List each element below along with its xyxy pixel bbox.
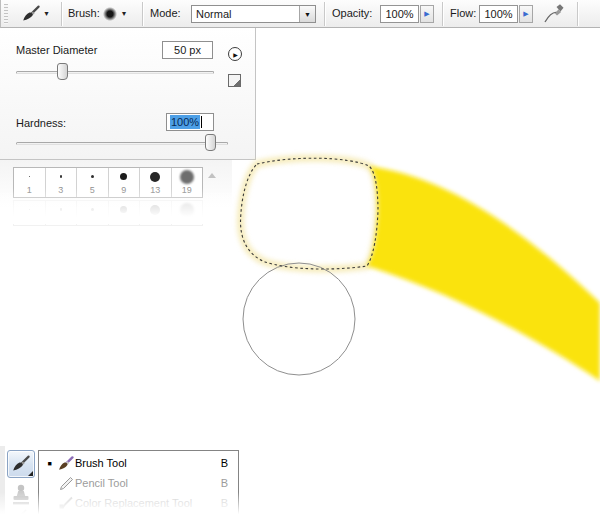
hardness-slider — [16, 133, 228, 155]
slider-track[interactable] — [16, 142, 228, 145]
selected-bullet-icon: ■ — [43, 460, 56, 467]
tool-flyout-menu: ■ Brush Tool B Pencil Tool B — [38, 450, 239, 515]
brush-settings-panel: Master Diameter ▶ Hardness: 100% — [0, 28, 256, 160]
photoshop-ui: ▾ Brush: ▾ Mode: Normal ▼ Opacity: 100% … — [0, 0, 600, 519]
brush-preset-1[interactable]: 1 — [14, 168, 46, 197]
mode-select-value: Normal — [192, 8, 299, 20]
dropdown-arrow-icon: ▼ — [304, 11, 311, 18]
brush-preset-list-faded — [13, 200, 203, 226]
hardness-value-selected: 100% — [170, 115, 200, 129]
master-diameter-slider-thumb[interactable] — [57, 63, 68, 80]
hardness-input[interactable]: 100% — [166, 113, 214, 131]
chevron-down-icon: ▾ — [122, 10, 126, 18]
master-diameter-input[interactable] — [162, 41, 213, 59]
brush-preset-picker[interactable]: ▾ — [102, 3, 138, 24]
flow-field[interactable]: 100% — [479, 5, 518, 23]
brush-tip-preview — [102, 6, 118, 22]
brush-size-label: 5 — [90, 185, 95, 195]
toolbox-brush-button[interactable] — [7, 450, 35, 478]
brush-size-label: 1 — [27, 185, 32, 195]
slider-track[interactable] — [16, 71, 214, 74]
new-preset-icon[interactable] — [228, 74, 241, 87]
canvas-circle-outline — [243, 263, 355, 375]
panel-menu-button[interactable]: ▶ — [228, 47, 242, 61]
divider — [142, 2, 143, 26]
history-brush-icon — [12, 509, 28, 519]
options-bar: ▾ Brush: ▾ Mode: Normal ▼ Opacity: 100% … — [0, 0, 600, 28]
selection-glow — [241, 158, 379, 269]
master-diameter-slider — [16, 62, 214, 84]
brush-size-label: 9 — [121, 185, 126, 195]
yellow-stroke-path — [367, 166, 600, 381]
mode-select-dropdown-button[interactable]: ▼ — [299, 6, 315, 22]
hardness-slider-thumb[interactable] — [205, 134, 216, 151]
brush-thumbnail — [91, 175, 95, 179]
current-tool-button[interactable]: ▾ — [12, 2, 58, 26]
brush-thumbnail — [60, 175, 63, 178]
scroll-up-icon[interactable] — [208, 173, 216, 178]
brush-size-label: 13 — [150, 185, 160, 195]
divider — [442, 2, 443, 26]
hardness-label: Hardness: — [16, 117, 66, 129]
menu-item-shortcut: B — [221, 497, 238, 509]
opacity-field[interactable]: 100% — [380, 5, 419, 23]
brush-preset-19[interactable]: 19 — [172, 168, 203, 197]
divider — [324, 2, 325, 26]
panel-menu-arrow-icon: ▶ — [233, 51, 238, 58]
menu-item-shortcut: B — [221, 457, 238, 469]
airbrush-icon[interactable] — [542, 3, 566, 25]
menu-item-pencil-tool[interactable]: Pencil Tool B — [39, 473, 238, 493]
brush-tool-icon — [11, 455, 31, 473]
menu-item-label: Color Replacement Tool — [75, 497, 221, 509]
brush-tool-icon — [21, 5, 41, 23]
divider — [577, 2, 578, 26]
options-bar-gripper[interactable] — [4, 4, 8, 24]
brush-thumbnail — [180, 170, 194, 184]
chevron-down-icon: ▾ — [44, 10, 48, 18]
opacity-value: 100% — [385, 8, 413, 20]
flow-slider-button[interactable]: ▶ — [519, 5, 533, 23]
brush-thumbnail — [120, 173, 127, 180]
spinner-arrow-icon: ▶ — [424, 10, 429, 18]
brush-thumbnail — [150, 172, 160, 182]
opacity-label: Opacity: — [332, 0, 372, 27]
divider — [61, 2, 62, 26]
menu-item-label: Brush Tool — [75, 457, 221, 469]
spinner-arrow-icon: ▶ — [523, 10, 528, 18]
clone-stamp-icon — [10, 483, 32, 507]
brush-preset-strip: 1 3 5 9 13 19 — [0, 160, 232, 224]
menu-item-shortcut: B — [221, 477, 238, 489]
menu-item-label: Pencil Tool — [75, 477, 221, 489]
master-diameter-label: Master Diameter — [16, 44, 97, 56]
brush-preset-13[interactable]: 13 — [140, 168, 172, 197]
color-replacement-tool-icon — [56, 495, 75, 511]
brush-preset-3[interactable]: 3 — [46, 168, 78, 197]
brush-label: Brush: — [68, 0, 100, 27]
brush-preset-9[interactable]: 9 — [109, 168, 141, 197]
brush-preset-list: 1 3 5 9 13 19 — [13, 167, 203, 198]
flow-value: 100% — [484, 8, 512, 20]
brush-preset-5[interactable]: 5 — [77, 168, 109, 197]
text-caret — [201, 116, 202, 128]
opacity-slider-button[interactable]: ▶ — [420, 5, 434, 23]
toolbox-stamp-button[interactable] — [10, 483, 32, 509]
flow-label: Flow: — [450, 0, 476, 27]
brush-size-label: 3 — [58, 185, 63, 195]
pencil-tool-icon — [56, 475, 75, 491]
toolbox-edge — [0, 446, 5, 519]
selection-marching-ants — [241, 158, 379, 269]
brush-tool-icon — [56, 455, 75, 471]
menu-item-color-replacement-tool[interactable]: Color Replacement Tool B — [39, 493, 238, 513]
brush-thumbnail — [29, 176, 31, 178]
mode-select[interactable]: Normal ▼ — [191, 5, 316, 23]
brush-size-label: 19 — [182, 185, 192, 195]
mode-label: Mode: — [150, 0, 181, 27]
menu-item-brush-tool[interactable]: ■ Brush Tool B — [39, 453, 238, 473]
toolbox-history-brush-button[interactable] — [12, 509, 28, 519]
